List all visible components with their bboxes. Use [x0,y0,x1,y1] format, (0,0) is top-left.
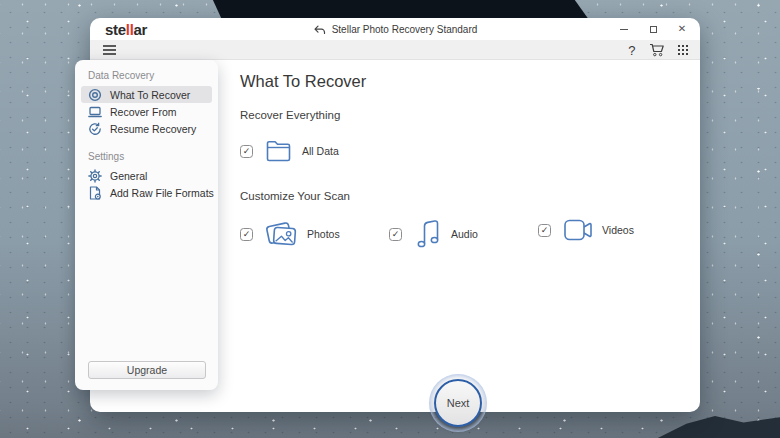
upgrade-button[interactable]: Upgrade [88,361,206,379]
all-data-label: All Data [302,145,339,157]
checkmark: ✓ [392,229,400,238]
videos-label: Videos [602,224,634,236]
sidebar: Data Recovery What To Recover Recover Fr… [75,60,218,390]
section-heading-recover-everything: Recover Everything [240,109,340,121]
videos-icon [562,218,594,242]
section-heading-customize: Customize Your Scan [240,190,350,202]
checkmark: ✓ [243,229,251,238]
back-arrow-icon [313,24,326,35]
sidebar-item-label: Add Raw File Formats [110,187,214,199]
file-gear-icon [88,186,102,200]
sidebar-item-what-to-recover[interactable]: What To Recover [81,86,212,103]
option-videos: ✓ Videos [538,218,634,242]
folder-icon [265,139,293,163]
photos-label: Photos [307,228,340,240]
videos-checkbox[interactable]: ✓ [538,224,551,237]
option-audio: ✓ Audio [389,218,478,250]
checkmark: ✓ [243,146,251,155]
audio-label: Audio [451,228,478,240]
sidebar-item-general[interactable]: General [81,167,212,184]
all-data-checkbox[interactable]: ✓ [240,145,253,158]
sidebar-item-recover-from[interactable]: Recover From [81,103,212,120]
next-button[interactable]: Next [434,379,482,427]
titlebar: stellar Stellar Photo Recovery Standard … [90,18,700,40]
close-button[interactable]: ✕ [676,23,688,35]
maximize-button[interactable] [647,23,659,35]
toolbar-right: ? [628,40,688,60]
sidebar-item-label: What To Recover [110,89,190,101]
target-icon [88,88,102,102]
gear-icon [88,169,102,183]
window-title: Stellar Photo Recovery Standard [332,24,478,35]
help-icon[interactable]: ? [628,44,635,57]
checkmark: ✓ [541,225,549,234]
next-button-halo: Next [429,374,487,432]
sidebar-header-data-recovery: Data Recovery [75,66,218,86]
resume-icon [88,122,102,136]
drive-icon [88,105,102,119]
photos-icon [263,218,299,250]
window-title-area: Stellar Photo Recovery Standard [90,18,700,40]
minimize-button[interactable] [618,23,630,35]
menu-icon[interactable] [103,45,116,55]
option-all-data: ✓ All Data [240,139,339,163]
audio-checkbox[interactable]: ✓ [389,228,402,241]
photos-checkbox[interactable]: ✓ [240,228,253,241]
sidebar-item-label: General [110,170,147,182]
wallpaper-dark-patch [650,412,780,438]
sidebar-item-label: Recover From [110,106,177,118]
audio-icon [416,218,442,250]
app-grid-icon[interactable] [678,45,689,56]
toolbar: ? [90,40,700,60]
page-title: What To Recover [240,72,366,91]
sidebar-item-add-raw-file-formats[interactable]: Add Raw File Formats [81,184,212,201]
option-photos: ✓ Photos [240,218,340,250]
sidebar-header-settings: Settings [75,147,218,167]
sidebar-item-resume-recovery[interactable]: Resume Recovery [81,120,212,137]
window-controls: ✕ [618,18,688,40]
cart-icon[interactable] [649,43,665,57]
sidebar-item-label: Resume Recovery [110,123,196,135]
